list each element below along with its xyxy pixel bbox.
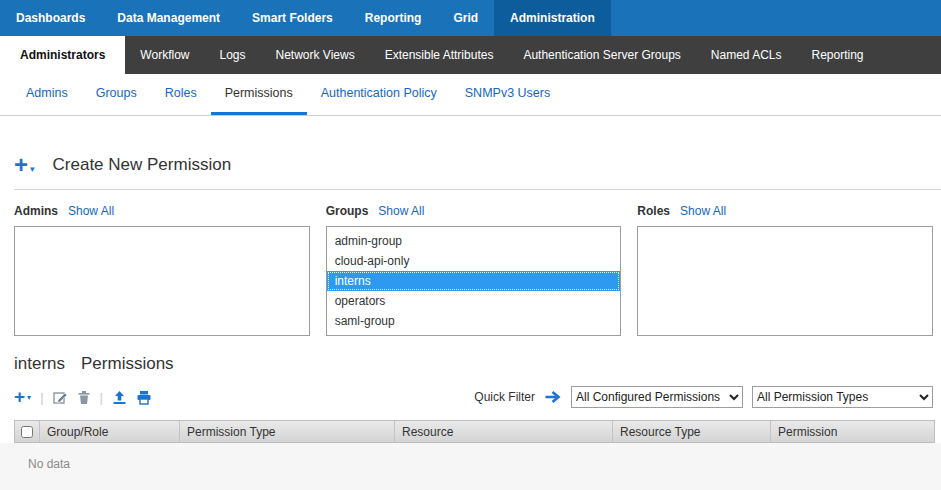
delete-button[interactable]	[77, 390, 91, 405]
printer-icon	[136, 390, 152, 405]
permissions-title: Permissions	[81, 354, 174, 374]
column-header-group-role[interactable]: Group/Role	[40, 421, 180, 442]
tab-workflow[interactable]: Workflow	[125, 36, 204, 74]
select-all-cell	[15, 421, 40, 442]
column-header-resource-type[interactable]: Resource Type	[613, 421, 771, 442]
tab-authentication-server-groups[interactable]: Authentication Server Groups	[508, 36, 695, 74]
add-permission-button[interactable]: + ▾	[14, 154, 35, 176]
top-nav-item-smart-folders[interactable]: Smart Folders	[236, 0, 349, 36]
permissions-toolbar: + ▾ | |	[0, 374, 941, 416]
tab-reporting[interactable]: Reporting	[797, 36, 879, 74]
admins-picker: Admins Show All	[14, 200, 310, 336]
groups-show-all-link[interactable]: Show All	[378, 204, 424, 218]
top-nav-item-administration[interactable]: Administration	[494, 0, 611, 36]
chevron-down-icon: ▾	[27, 393, 31, 402]
configured-permissions-select[interactable]: All Configured Permissions	[571, 386, 743, 408]
subtab-permissions[interactable]: Permissions	[211, 74, 307, 115]
create-permission-section: + ▾ Create New Permission	[0, 116, 941, 190]
select-all-checkbox[interactable]	[21, 426, 33, 438]
divider: |	[40, 390, 43, 405]
roles-listbox[interactable]	[637, 226, 933, 336]
pickers-row: Admins Show All Groups Show All admin-gr…	[0, 190, 941, 336]
admins-listbox[interactable]	[14, 226, 310, 336]
groups-label: Groups	[326, 204, 369, 218]
tab-network-views[interactable]: Network Views	[261, 36, 370, 74]
tab-extensible-attributes[interactable]: Extensible Attributes	[370, 36, 509, 74]
tab-logs[interactable]: Logs	[204, 36, 260, 74]
admin-tab-bar: Administrators Workflow Logs Network Vie…	[0, 36, 941, 74]
create-new-permission-title: Create New Permission	[53, 155, 232, 175]
top-nav-item-data-management[interactable]: Data Management	[101, 0, 236, 36]
sub-tab-bar: Admins Groups Roles Permissions Authenti…	[0, 74, 941, 116]
admins-label: Admins	[14, 204, 58, 218]
permissions-table-body: No data	[0, 443, 941, 490]
pencil-icon	[53, 390, 68, 405]
subtab-authentication-policy[interactable]: Authentication Policy	[307, 74, 451, 115]
trash-icon	[77, 390, 91, 405]
permissions-table-header: Group/Role Permission Type Resource Reso…	[14, 420, 935, 443]
top-nav-item-reporting[interactable]: Reporting	[349, 0, 438, 36]
upload-icon	[112, 390, 127, 405]
groups-picker: Groups Show All admin-group cloud-api-on…	[326, 200, 622, 336]
groups-listbox[interactable]: admin-group cloud-api-only interns opera…	[326, 226, 622, 336]
list-item-selected[interactable]: interns	[327, 271, 621, 291]
quick-filter-label: Quick Filter	[474, 390, 535, 404]
add-button[interactable]: + ▾	[14, 389, 31, 405]
roles-label: Roles	[637, 204, 670, 218]
top-nav-item-dashboards[interactable]: Dashboards	[0, 0, 101, 36]
list-item[interactable]: admin-group	[327, 231, 621, 251]
subtab-admins[interactable]: Admins	[12, 74, 82, 115]
column-header-permission[interactable]: Permission	[771, 421, 934, 442]
plus-icon: +	[14, 154, 28, 176]
chevron-down-icon: ▾	[30, 162, 35, 176]
permission-types-select[interactable]: All Permission Types	[752, 386, 933, 408]
list-item[interactable]: operators	[327, 291, 621, 311]
top-nav: Dashboards Data Management Smart Folders…	[0, 0, 941, 36]
roles-picker: Roles Show All	[637, 200, 933, 336]
empty-state-text: No data	[28, 457, 70, 471]
selected-group-name: interns	[14, 354, 65, 374]
permissions-heading: interns Permissions	[0, 336, 941, 374]
tab-administrators[interactable]: Administrators	[0, 36, 125, 74]
quick-filter-arrow-icon[interactable]	[544, 390, 562, 404]
subtab-groups[interactable]: Groups	[82, 74, 151, 115]
tab-named-acls[interactable]: Named ACLs	[696, 36, 797, 74]
edit-button[interactable]	[53, 390, 68, 405]
top-nav-item-grid[interactable]: Grid	[437, 0, 494, 36]
column-header-permission-type[interactable]: Permission Type	[180, 421, 395, 442]
list-item[interactable]: saml-group	[327, 311, 621, 331]
admins-show-all-link[interactable]: Show All	[68, 204, 114, 218]
plus-icon: +	[14, 389, 25, 405]
subtab-snmpv3-users[interactable]: SNMPv3 Users	[451, 74, 564, 115]
column-header-resource[interactable]: Resource	[395, 421, 613, 442]
subtab-roles[interactable]: Roles	[151, 74, 211, 115]
list-item[interactable]: cloud-api-only	[327, 251, 621, 271]
divider: |	[100, 390, 103, 405]
print-button[interactable]	[136, 390, 152, 405]
upload-button[interactable]	[112, 390, 127, 405]
roles-show-all-link[interactable]: Show All	[680, 204, 726, 218]
